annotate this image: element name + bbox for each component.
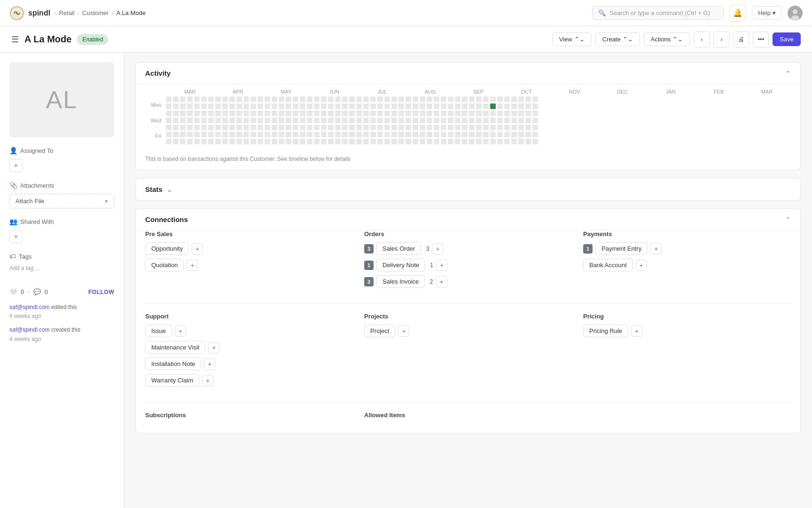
maintenance-visit-add-button[interactable]: + (208, 342, 219, 353)
payment-entry-add-button[interactable]: + (650, 243, 662, 254)
add-shared-button[interactable]: + (9, 230, 23, 243)
activity-dot (490, 125, 496, 130)
customer-avatar-card: AL (9, 62, 114, 137)
project-add-button[interactable]: + (398, 325, 409, 337)
activity-user-2[interactable]: saf@spindl.com (9, 326, 50, 333)
activity-dot (187, 111, 193, 116)
actions-chevron-icon: ⌃⌄ (672, 36, 683, 43)
search-bar[interactable]: 🔍 Search or type a command (Ctrl + G) (592, 6, 724, 20)
sales-invoice-add-button[interactable]: + (436, 276, 447, 287)
issue-add-button[interactable]: + (175, 325, 186, 337)
activity-dot (173, 125, 179, 130)
pricing-rule-add-button[interactable]: + (631, 325, 642, 337)
menu-icon[interactable]: ☰ (11, 34, 19, 45)
activity-dot (215, 111, 221, 116)
activity-dot (398, 118, 404, 123)
sales-invoice-count: 3 (364, 277, 374, 286)
breadcrumb-customer[interactable]: Customer (82, 9, 109, 16)
activity-dot (342, 111, 348, 116)
actions-button[interactable]: Actions ⌃⌄ (644, 32, 690, 46)
activity-dot (497, 132, 503, 137)
activity-dot (293, 103, 298, 109)
activity-dot (286, 118, 291, 123)
activity-dot (208, 111, 214, 116)
activity-dot (504, 111, 510, 116)
comment-separator: · (28, 288, 30, 295)
activity-dot (448, 132, 453, 137)
more-options-button[interactable]: ••• (753, 32, 769, 48)
activity-dot (293, 125, 298, 130)
quotation-add-button[interactable]: + (187, 260, 198, 271)
installation-note-add-button[interactable]: + (204, 358, 215, 370)
activity-dot (194, 132, 200, 137)
activity-dot (497, 103, 503, 109)
bank-account-add-button[interactable]: + (636, 260, 647, 271)
activity-dot (455, 132, 461, 137)
activity-dot (349, 118, 355, 123)
month-sep: SEP (454, 89, 502, 95)
activity-card-header[interactable]: Activity (136, 63, 800, 84)
print-button[interactable]: 🖨 (733, 32, 749, 48)
activity-dot (363, 96, 369, 102)
add-tag-placeholder[interactable]: Add a tag ... (9, 265, 114, 271)
activity-dot (229, 118, 235, 123)
activity-dot (356, 139, 362, 144)
activity-dot (462, 139, 468, 144)
connections-card-header[interactable]: Connections (136, 209, 800, 230)
activity-dot (328, 132, 334, 137)
allowed-items-title: Allowed Items (364, 412, 572, 419)
activity-action-2: created this (51, 326, 80, 333)
comment-icon[interactable]: 💬 (33, 288, 41, 295)
tags-label-header: 🏷 Tags (9, 253, 114, 260)
activity-dot (469, 125, 475, 130)
help-button[interactable]: Help ▾ (752, 6, 782, 20)
prev-button[interactable]: ‹ (694, 32, 710, 48)
nav-left: spindl › Retail › Customer › A La Mode (9, 6, 146, 21)
activity-dot (328, 111, 334, 116)
activity-dot (293, 139, 298, 144)
maintenance-visit-item: Maintenance Visit + (145, 341, 353, 354)
activity-dot (243, 111, 249, 116)
follow-button[interactable]: FOLLOW (88, 289, 114, 295)
like-icon[interactable]: 🤍 (9, 288, 17, 295)
warranty-claim-add-button[interactable]: + (202, 375, 213, 386)
next-button[interactable]: › (713, 32, 729, 48)
activity-dot (335, 125, 341, 130)
activity-dot (406, 103, 411, 109)
notification-button[interactable]: 🔔 (729, 5, 746, 22)
activity-dot (391, 103, 397, 109)
activity-dot (448, 125, 453, 130)
add-assignee-button[interactable]: + (9, 159, 23, 172)
user-avatar[interactable] (788, 6, 803, 21)
stats-title: Stats (145, 185, 163, 193)
activity-dot (180, 125, 186, 130)
activity-dot (476, 118, 482, 123)
activity-user-1[interactable]: saf@spindl.com (9, 304, 50, 310)
activity-dot (398, 125, 404, 130)
opportunity-add-button[interactable]: + (192, 243, 203, 254)
save-button[interactable]: Save (773, 32, 801, 46)
activity-dot (441, 132, 446, 137)
create-button[interactable]: Create ⌃⌄ (595, 32, 640, 46)
dot-row (166, 118, 791, 123)
activity-dot (483, 96, 489, 102)
activity-dot (208, 96, 214, 102)
activity-dot (504, 118, 510, 123)
svg-point-3 (793, 9, 797, 14)
activity-dot (504, 103, 510, 109)
stats-header[interactable]: Stats (136, 178, 800, 200)
activity-dot (448, 96, 453, 102)
warranty-claim-item: Warranty Claim + (145, 374, 353, 387)
view-button[interactable]: View ⌃⌄ (552, 32, 592, 46)
activity-dot (236, 96, 242, 102)
activity-dot (279, 118, 284, 123)
breadcrumb-current: A La Mode (117, 9, 146, 16)
subscriptions-title: Subscriptions (145, 412, 353, 419)
activity-dot (201, 132, 207, 137)
activity-dot (286, 139, 291, 144)
delivery-note-add-button[interactable]: + (436, 260, 447, 271)
logo[interactable]: spindl (9, 6, 50, 21)
sales-order-add-button[interactable]: + (432, 243, 444, 254)
attach-file-button[interactable]: Attach File + (9, 194, 114, 208)
breadcrumb-retail[interactable]: Retail (59, 9, 74, 16)
